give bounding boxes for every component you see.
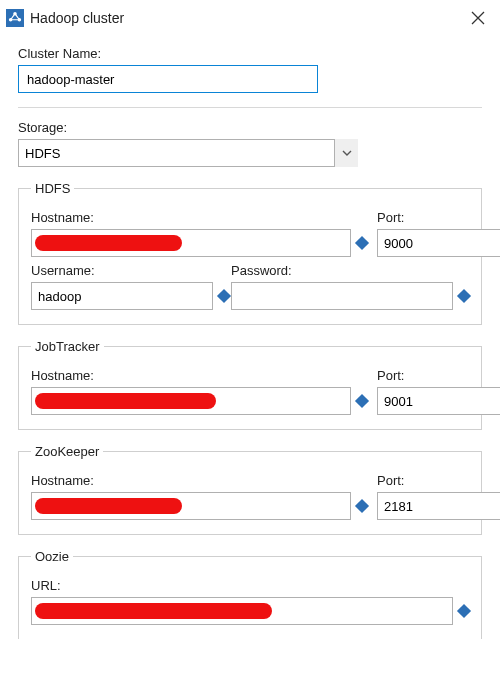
hdfs-password-input[interactable] [231, 282, 453, 310]
cluster-name-field: Cluster Name: [18, 46, 482, 93]
chevron-down-icon[interactable] [334, 139, 358, 167]
jobtracker-group: JobTracker Hostname: Port: [18, 339, 482, 430]
jobtracker-port-label: Port: [377, 368, 469, 383]
dialog-content: Cluster Name: Storage: HDFS Hostname: [0, 34, 500, 639]
storage-select-value[interactable] [18, 139, 358, 167]
close-icon[interactable] [466, 6, 490, 30]
hdfs-legend: HDFS [31, 181, 74, 196]
zookeeper-group: ZooKeeper Hostname: Port: [18, 444, 482, 535]
zookeeper-legend: ZooKeeper [31, 444, 103, 459]
hdfs-port-input[interactable] [377, 229, 500, 257]
zookeeper-hostname-input[interactable] [31, 492, 351, 520]
variable-diamond-icon[interactable] [217, 289, 231, 303]
hdfs-password-label: Password: [231, 263, 469, 278]
zookeeper-port-input[interactable] [377, 492, 500, 520]
titlebar: Hadoop cluster [0, 0, 500, 34]
hdfs-port-label: Port: [377, 210, 469, 225]
window-title: Hadoop cluster [30, 10, 466, 26]
cluster-name-input[interactable] [18, 65, 318, 93]
hadoop-icon [6, 9, 24, 27]
hdfs-username-label: Username: [31, 263, 221, 278]
variable-diamond-icon[interactable] [355, 236, 369, 250]
hdfs-hostname-input[interactable] [31, 229, 351, 257]
variable-diamond-icon[interactable] [457, 604, 471, 618]
storage-select[interactable] [18, 139, 358, 167]
jobtracker-legend: JobTracker [31, 339, 104, 354]
oozie-group: Oozie URL: [18, 549, 482, 639]
hdfs-hostname-label: Hostname: [31, 210, 367, 225]
jobtracker-hostname-input[interactable] [31, 387, 351, 415]
hdfs-username-input[interactable] [31, 282, 213, 310]
cluster-name-label: Cluster Name: [18, 46, 482, 61]
oozie-url-input[interactable] [31, 597, 453, 625]
storage-field: Storage: [18, 120, 482, 167]
zookeeper-port-label: Port: [377, 473, 469, 488]
variable-diamond-icon[interactable] [355, 499, 369, 513]
oozie-legend: Oozie [31, 549, 73, 564]
hdfs-group: HDFS Hostname: Port: Username: [18, 181, 482, 325]
variable-diamond-icon[interactable] [457, 289, 471, 303]
jobtracker-hostname-label: Hostname: [31, 368, 367, 383]
zookeeper-hostname-label: Hostname: [31, 473, 367, 488]
divider [18, 107, 482, 108]
storage-label: Storage: [18, 120, 482, 135]
variable-diamond-icon[interactable] [355, 394, 369, 408]
jobtracker-port-input[interactable] [377, 387, 500, 415]
oozie-url-label: URL: [31, 578, 469, 593]
